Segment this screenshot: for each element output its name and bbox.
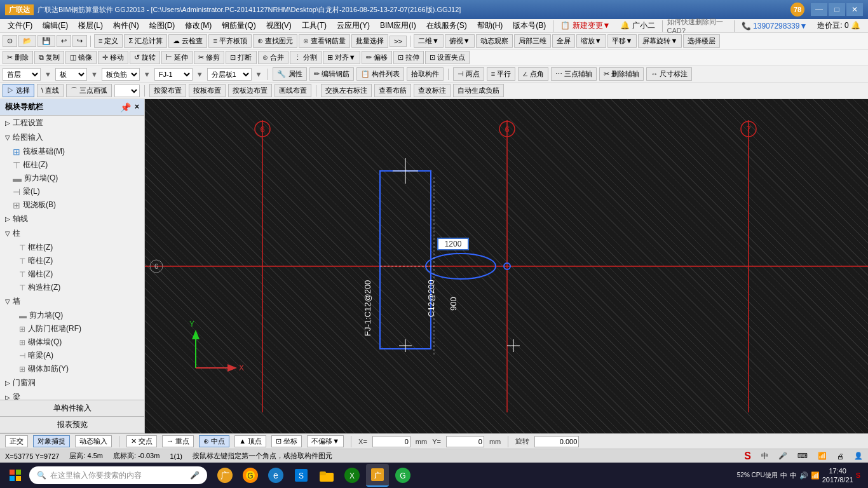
tb-parallel[interactable]: ≡ 平行: [487, 67, 515, 81]
taskbar-app-store[interactable]: S: [290, 464, 313, 487]
tb-undo[interactable]: ↩: [57, 35, 71, 47]
nav-column[interactable]: ▽ 柱: [0, 226, 144, 241]
sogou-icon[interactable]: S: [856, 471, 860, 479]
tb-calculate[interactable]: Σ 汇总计算: [124, 34, 167, 48]
tb-point-angle[interactable]: ∠ 点角: [518, 67, 548, 81]
nav-shear-wall-top[interactable]: ▬ 剪力墙(Q): [0, 172, 144, 185]
nav-project-settings[interactable]: ▷ 工程设置: [0, 116, 144, 130]
network-tray[interactable]: 📶: [811, 471, 820, 480]
tb-partial-3d[interactable]: 局部三维: [514, 34, 551, 48]
tb-define[interactable]: ≡ 定义: [94, 34, 123, 48]
tb-select-mode[interactable]: ▷ 选择: [3, 84, 34, 97]
tb-line-mode[interactable]: \ 直线: [37, 84, 64, 97]
tb-dynamic[interactable]: 动态观察: [476, 34, 513, 48]
tb-swap-label[interactable]: 交换左右标注: [321, 84, 372, 97]
toppoint-btn[interactable]: ▲ 顶点: [234, 435, 266, 447]
tb-property[interactable]: 🔧 属性: [273, 67, 306, 81]
canvas-dimension-input[interactable]: 1200: [437, 238, 469, 250]
nav-end-col[interactable]: ⊤ 端柱(Z): [0, 268, 144, 281]
tb-line-layout[interactable]: 画线布置: [275, 84, 311, 97]
nav-beam[interactable]: ▷ 梁: [0, 390, 144, 400]
x-input[interactable]: [372, 436, 410, 447]
tb-align[interactable]: ⊞ 对齐▼: [323, 51, 360, 64]
menu-new-change[interactable]: 📋 新建变更▼: [555, 19, 615, 32]
ime-tray[interactable]: 中: [780, 471, 787, 480]
ime-input-tray[interactable]: 中: [790, 471, 797, 480]
element-type-select[interactable]: 板: [55, 68, 87, 81]
nav-dark-beam[interactable]: ⊣ 暗梁(A): [0, 349, 144, 362]
nav-cast-slab-top[interactable]: ⊞ 现浇板(B): [0, 198, 144, 212]
nav-frame-col[interactable]: ⊤ 框柱(Z): [0, 158, 144, 172]
intersection-btn[interactable]: ✕ 交点: [126, 435, 157, 447]
tb-grip[interactable]: ⊡ 设置夹点: [425, 51, 470, 64]
tb-fullscreen[interactable]: 全屏: [552, 34, 575, 48]
tb-stretch[interactable]: ⊡ 拉伸: [393, 51, 424, 64]
tb-arc-mode[interactable]: ⌒ 三点画弧: [66, 84, 112, 97]
menu-element[interactable]: 构件(N): [108, 19, 144, 32]
tb-edit-label[interactable]: 查改标注: [414, 84, 451, 97]
rebar-name-select[interactable]: FJ-1: [154, 68, 193, 81]
tb-pick[interactable]: 拾取构件: [407, 67, 444, 81]
dynamic-input-btn[interactable]: 动态输入: [75, 435, 112, 447]
tb-delete-axis[interactable]: ✂ 删除辅轴: [599, 67, 644, 81]
tb-more[interactable]: >>: [390, 36, 407, 47]
nav-draw-input[interactable]: ▽ 绘图输入: [0, 130, 144, 145]
tb-find[interactable]: ⊕ 查找图元: [253, 34, 297, 48]
close-button[interactable]: ✕: [846, 3, 863, 16]
no-offset-btn[interactable]: 不偏移▼: [307, 435, 344, 447]
menu-edit[interactable]: 编辑(E): [37, 19, 73, 32]
restore-button[interactable]: □: [829, 3, 845, 16]
sidebar-close-btn[interactable]: ×: [135, 102, 139, 112]
nav-axis[interactable]: ▷ 轴线: [0, 212, 144, 226]
tb-mirror[interactable]: ◫ 镜像: [65, 51, 97, 64]
endpoint-btn[interactable]: → 重点: [162, 435, 194, 447]
menu-floor[interactable]: 楼层(L): [73, 19, 108, 32]
tb-rotatecmd[interactable]: ↺ 旋转: [130, 51, 160, 64]
tb-by-slab[interactable]: 按板布置: [189, 84, 226, 97]
tb-rotate[interactable]: 屏幕旋转▼: [638, 34, 682, 48]
tb-align-top[interactable]: ≡ 平齐板顶: [208, 34, 251, 48]
tb-break[interactable]: ⊡ 打断: [226, 51, 256, 64]
nav-beam-top[interactable]: ⊣ 梁(L): [0, 185, 144, 198]
tb-two-point[interactable]: ⊣ 两点: [453, 67, 484, 81]
tb-pan[interactable]: 平移▼: [607, 34, 637, 48]
tb-offset[interactable]: ✏ 偏移: [362, 51, 392, 64]
tb-save[interactable]: 💾: [37, 35, 55, 47]
tb-batch-select[interactable]: 批量选择: [351, 34, 388, 48]
menu-version[interactable]: 版本号(B): [508, 19, 551, 32]
menu-tools[interactable]: 工具(T): [297, 19, 332, 32]
report-preview-btn[interactable]: 报表预览: [0, 417, 144, 433]
nav-dark-col[interactable]: ⊤ 暗柱(Z): [0, 254, 144, 268]
menu-bim[interactable]: BIM应用(I): [375, 19, 421, 32]
menu-cloud[interactable]: 云应用(Y): [332, 19, 375, 32]
tb-rebar-view[interactable]: ⊙ 查看钢筋量: [299, 34, 350, 48]
nav-defence-wall[interactable]: ⊞ 人防门框墙(RF): [0, 322, 144, 336]
menu-phone[interactable]: 📞 13907298339▼: [736, 20, 813, 32]
start-button[interactable]: [3, 464, 28, 487]
tb-trim[interactable]: ✂ 修剪: [194, 51, 224, 64]
taskbar-app-browser[interactable]: G: [239, 464, 262, 487]
tb-by-edge[interactable]: 按板边布置: [228, 84, 272, 97]
sidebar-pin-btn[interactable]: 📌: [120, 102, 131, 112]
ortho-btn[interactable]: 正交: [5, 435, 28, 447]
nav-struct-col[interactable]: ⊤ 构造柱(Z): [0, 281, 144, 294]
taskbar-app-ie[interactable]: e: [264, 464, 287, 487]
y-input[interactable]: [446, 436, 484, 447]
menu-modify[interactable]: 修改(M): [180, 19, 217, 32]
tb-three-point-axis[interactable]: ⋯ 三点辅轴: [551, 67, 597, 81]
tb-select-floor[interactable]: 选择楼层: [683, 34, 720, 48]
tb-element-list[interactable]: 📋 构件列表: [356, 67, 404, 81]
menu-guangxiao[interactable]: 🔔 广小二: [615, 19, 660, 32]
menu-price[interactable]: 造价豆: 0 🔔: [812, 19, 865, 32]
tb-top-view[interactable]: 俯视▼: [445, 34, 475, 48]
tb-open[interactable]: 📂: [18, 35, 36, 47]
object-snap-btn[interactable]: 对象捕捉: [33, 435, 70, 447]
tb-split[interactable]: ⋮ 分割: [290, 51, 322, 64]
menu-file[interactable]: 文件(F): [3, 19, 37, 32]
taskbar-app-mail[interactable]: 广: [214, 464, 236, 487]
nav-frame-col-sub[interactable]: ⊤ 框柱(Z): [0, 241, 144, 254]
menu-draw[interactable]: 绘图(D): [144, 19, 180, 32]
canvas-area[interactable]: 6 6 7 6 FJ-1:C12@200: [145, 99, 868, 433]
menu-online[interactable]: 在线服务(S): [421, 19, 472, 32]
taskbar-search[interactable]: 🔍 在这里输入你要搜索的内容 🎤: [29, 466, 207, 484]
